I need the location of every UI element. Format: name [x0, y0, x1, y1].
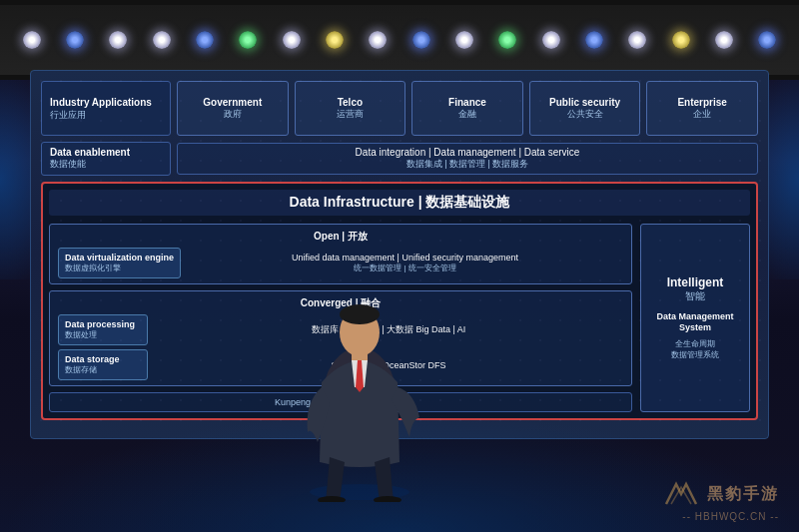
data-virt-engine-en: Data virtualization engine	[65, 253, 174, 263]
data-storage-en: Data storage	[65, 354, 141, 364]
sector-enterprise: Enterprise 企业	[646, 81, 758, 136]
stage-light-15	[628, 31, 646, 49]
sector-telco: Telco 运营商	[295, 81, 406, 136]
watermark-logo: 黑豹手游	[661, 479, 779, 509]
dms-zh: 全生命周期 数据管理系统	[671, 338, 719, 360]
stage-light-3	[109, 31, 127, 49]
sector-enterprise-zh: 企业	[693, 108, 711, 121]
data-virt-engine-zh: 数据虚拟化引擎	[65, 263, 174, 273]
data-services-zh: 数据集成 | 数据管理 | 数据服务	[406, 158, 529, 171]
data-enablement-zh: 数据使能	[50, 158, 162, 171]
intelligent-en: Intelligent	[667, 275, 724, 289]
sector-government-zh: 政府	[224, 108, 242, 121]
data-services-content: Data integration | Data management | Dat…	[177, 143, 758, 175]
dms-en: Data Management System	[647, 311, 743, 334]
stage-light-2	[66, 31, 84, 49]
data-processing-zh: 数据处理	[65, 329, 141, 340]
stage-light-7	[283, 31, 301, 49]
sector-public-security-en: Public security	[549, 97, 620, 108]
svg-point-3	[340, 304, 380, 324]
infra-title: Data Infrastructure | 数据基础设施	[49, 190, 750, 216]
stage-light-18	[758, 31, 776, 49]
data-processing-label: Data processing 数据处理	[58, 314, 148, 345]
sector-tabs: Government 政府 Telco 运营商 Finance 金融 Publi…	[177, 81, 758, 136]
sector-row: Industry Applications 行业应用 Government 政府…	[41, 81, 758, 136]
industry-label-en: Industry Applications	[50, 96, 162, 109]
stage-light-17	[715, 31, 733, 49]
data-storage-zh: 数据存储	[65, 364, 141, 375]
sector-enterprise-en: Enterprise	[677, 97, 726, 108]
watermark: 黑豹手游 -- HBHWQC.CN --	[661, 479, 779, 522]
industry-label-zh: 行业应用	[50, 109, 162, 122]
intelligent-panel: Intelligent 智能 Data Management System 全生…	[640, 224, 750, 412]
scene: Industry Applications 行业应用 Government 政府…	[0, 0, 799, 532]
stage-light-14	[585, 31, 603, 49]
sector-public-security: Public security 公共安全	[529, 81, 641, 136]
data-enablement-en: Data enablement	[50, 147, 162, 158]
sector-telco-zh: 运营商	[337, 108, 364, 121]
speaker-svg	[280, 243, 439, 502]
watermark-icon	[661, 479, 701, 509]
data-virt-engine: Data virtualization engine 数据虚拟化引擎	[58, 248, 181, 278]
light-rig	[0, 5, 799, 75]
stage-light-10	[412, 31, 430, 49]
data-services-row: Data enablement 数据使能 Data integration | …	[41, 144, 758, 174]
sector-finance-en: Finance	[448, 97, 486, 108]
speaker-silhouette	[280, 243, 439, 502]
stage-light-13	[542, 31, 560, 49]
data-storage-label: Data storage 数据存储	[58, 349, 148, 380]
stage-light-8	[326, 31, 344, 49]
stage-light-11	[455, 31, 473, 49]
watermark-url: -- HBHWQC.CN --	[682, 511, 779, 522]
sector-finance-zh: 金融	[458, 108, 476, 121]
sector-finance: Finance 金融	[411, 81, 523, 136]
data-processing-en: Data processing	[65, 319, 141, 329]
stage-light-12	[498, 31, 516, 49]
data-services-en: Data integration | Data management | Dat…	[356, 147, 580, 158]
sector-government-en: Government	[203, 97, 262, 108]
stage-light-4	[153, 31, 171, 49]
stage-light-16	[672, 31, 690, 49]
intelligent-zh: 智能	[685, 289, 705, 303]
watermark-brand: 黑豹手游	[707, 484, 779, 505]
industry-label: Industry Applications 行业应用	[41, 81, 171, 136]
sector-telco-en: Telco	[338, 97, 363, 108]
stage-light-9	[369, 31, 387, 49]
sector-public-security-zh: 公共安全	[567, 108, 603, 121]
data-enablement-label: Data enablement 数据使能	[41, 142, 171, 176]
stage-light-5	[196, 31, 214, 49]
stage-lights	[0, 0, 799, 80]
stage-light-1	[23, 31, 41, 49]
sector-government: Government 政府	[177, 81, 289, 136]
open-title: Open | 开放	[58, 230, 623, 244]
stage-light-6	[239, 31, 257, 49]
